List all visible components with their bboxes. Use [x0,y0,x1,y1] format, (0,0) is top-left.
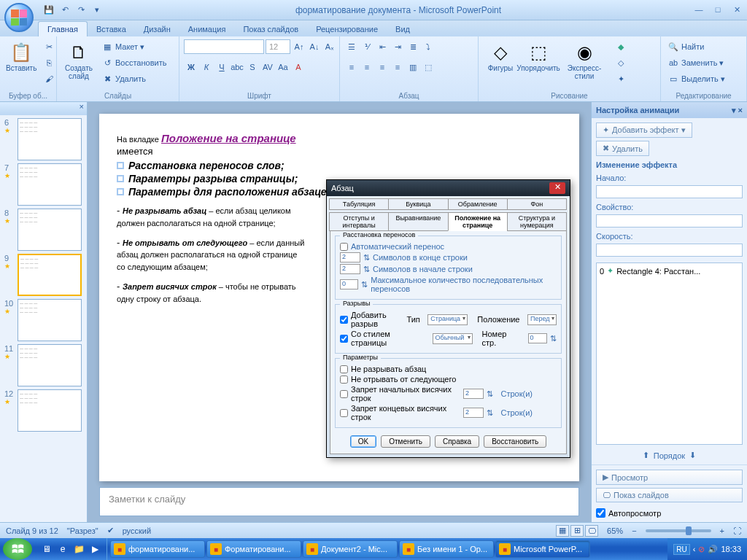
change-case-button[interactable]: Aa [276,60,290,74]
zoom-in-icon[interactable]: + [720,526,724,535]
select-button[interactable]: ▭Выделить ▾ [665,71,727,86]
orphan-checkbox[interactable] [340,390,348,398]
effect-list[interactable]: 0 ✦ Rectangle 4: Расстан... [596,262,743,445]
dlg-tab[interactable]: Отступы и интервалы [329,212,389,231]
align-center-icon[interactable]: ≡ [360,60,374,74]
keep-together-checkbox[interactable] [340,365,348,373]
tab-insert[interactable]: Вставка [88,22,135,36]
slide-thumbnail[interactable]: 9★— — — —— — — —— — — — [4,254,82,296]
reorder-up-icon[interactable]: ⬆ [643,451,649,460]
spin-input[interactable]: 2 [340,252,360,262]
preview-button[interactable]: ▶Просмотр [596,470,743,485]
qat-undo-icon[interactable]: ↶ [58,4,71,17]
layout-button[interactable]: ▦Макет ▾ [99,39,169,54]
ql-desktop-icon[interactable]: 🖥 [39,542,54,556]
normal-view-icon[interactable]: ▦ [556,525,569,537]
taskbar-app-button[interactable]: ■Форматировани... [206,540,301,558]
shape-effects-button[interactable]: ✦ [613,71,629,86]
zoom-out-icon[interactable]: − [632,526,636,535]
inc-indent-icon[interactable]: ⇥ [390,39,405,54]
zoom-slider[interactable] [646,529,711,532]
add-break-checkbox[interactable] [340,316,348,324]
clear-format-icon[interactable]: Aₓ [322,39,337,54]
dialog-close-icon[interactable]: ✕ [549,182,565,194]
type-select[interactable]: Страница [427,314,468,325]
font-color-button[interactable]: A [291,60,306,74]
slide-canvas[interactable]: 0 На вкладке Положение на странице имеет… [99,114,579,481]
tab-animations[interactable]: Анимация [179,22,235,36]
style-select[interactable]: Обычный [433,333,473,344]
grow-font-icon[interactable]: A↑ [292,39,306,54]
arrange-button[interactable]: ⬚Упорядочить [521,39,556,74]
slide-thumbnail[interactable]: 10★— — — —— — — —— — — — [4,299,82,341]
slide-thumbnail[interactable]: 6★— — — —— — — —— — — — [4,118,82,160]
slideshow-view-icon[interactable]: 🖵 [585,525,598,537]
tab-design[interactable]: Дизайн [135,22,179,36]
keep-with-next-checkbox[interactable] [340,376,348,384]
dlg-tab[interactable]: Табуляция [329,198,389,210]
format-painter-button[interactable]: 🖌 [41,71,57,86]
office-button[interactable] [4,3,34,32]
dlg-tab[interactable]: Структура и нумерация [507,212,567,231]
char-spacing-button[interactable]: AV [260,60,275,74]
taskbar-app-button[interactable]: ■форматировани... [110,540,205,558]
orphan-spin[interactable]: 2 [463,389,484,399]
page-style-checkbox[interactable] [340,335,348,343]
shape-outline-button[interactable]: ◇ [613,55,629,70]
taskbar-app-button[interactable]: ■Microsoft PowerP... [495,540,590,558]
clock[interactable]: 18:33 [721,545,741,553]
quick-styles-button[interactable]: ◉Экспресс-стили [559,39,610,82]
tab-view[interactable]: Вид [387,22,419,36]
shapes-button[interactable]: ◇Фигуры [483,39,518,74]
tab-home[interactable]: Главная [38,21,88,36]
close-pane-icon[interactable]: × [80,102,84,115]
dlg-tab[interactable]: Фон [507,198,567,210]
sorter-view-icon[interactable]: ⊞ [570,525,584,537]
remove-effect-button[interactable]: ✖Удалить [596,141,649,156]
tab-review[interactable]: Рецензирование [307,22,387,36]
dlg-ok-button[interactable]: OK [350,435,376,448]
shrink-font-icon[interactable]: A↓ [307,39,322,54]
cut-button[interactable]: ✂ [41,39,57,54]
dlg-tab[interactable]: Буквица [388,198,448,210]
smartart-icon[interactable]: ⬚ [421,60,436,74]
delete-slide-button[interactable]: ✖Удалить [99,71,169,86]
language-indicator[interactable]: RU [673,544,689,555]
zoom-level[interactable]: 65% [607,526,623,535]
dlg-tab[interactable]: Обрамление [448,198,508,210]
paste-button[interactable]: 📋 Вставить [4,39,38,74]
maximize-icon[interactable]: □ [712,5,724,15]
add-effect-button[interactable]: ✦Добавить эффект ▾ [596,122,692,138]
taskbar-app-button[interactable]: ■Без имени 1 - Op... [399,540,494,558]
effect-item[interactable]: 0 ✦ Rectangle 4: Расстан... [598,265,740,277]
qat-redo-icon[interactable]: ↷ [74,4,88,17]
align-left-icon[interactable]: ≡ [344,60,359,74]
slide-thumbnail[interactable]: 7★— — — —— — — —— — — — [4,163,82,206]
underline-button[interactable]: Ч [214,60,229,74]
property-select[interactable] [596,214,743,228]
dlg-cancel-button[interactable]: Отменить [381,435,430,448]
taskbar-app-button[interactable]: ■Документ2 - Mic... [303,540,398,558]
justify-icon[interactable]: ≡ [390,60,405,74]
start-select[interactable] [596,185,743,198]
language[interactable]: русский [123,526,151,535]
copy-button[interactable]: ⎘ [41,55,57,70]
start-button[interactable] [3,538,32,560]
shape-fill-button[interactable]: ◆ [613,39,629,54]
font-family-select[interactable] [184,39,264,54]
fit-slide-icon[interactable]: ⛶ [733,526,741,535]
reorder-down-icon[interactable]: ⬇ [689,451,696,460]
auto-hyphen-checkbox[interactable] [340,243,348,251]
bullets-icon[interactable]: ☰ [344,39,359,54]
qat-save-icon[interactable]: 💾 [42,4,55,17]
tray-security-icon[interactable]: ⊘ [698,545,705,554]
tab-slideshow[interactable]: Показ слайдов [234,22,307,36]
dec-indent-icon[interactable]: ⇤ [375,39,390,54]
widow-checkbox[interactable] [340,409,348,417]
columns-icon[interactable]: ▥ [406,60,420,74]
replace-button[interactable]: abЗаменить ▾ [665,55,727,70]
qat-more-icon[interactable]: ▾ [90,4,104,17]
autopreview-checkbox[interactable] [596,508,605,518]
spin-input[interactable]: 2 [340,264,360,274]
font-size-select[interactable]: 12 [266,39,290,54]
